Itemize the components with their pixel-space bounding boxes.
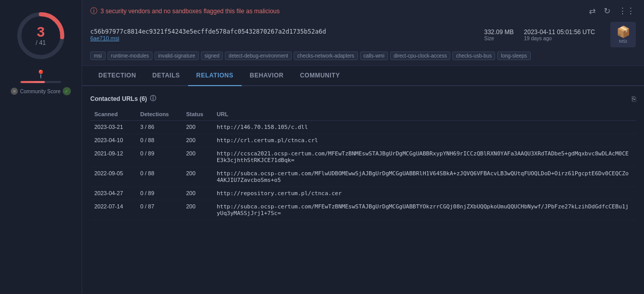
score-inner: 3 / 41 (36, 25, 46, 46)
tag-detect-debug-environment[interactable]: detect-debug-environment (225, 51, 292, 60)
file-size-block: 332.09 MB Size (484, 29, 514, 41)
cell-url[interactable]: http://subca.ocsp-certum.com/MFlwUDBOMEw… (213, 167, 636, 187)
score-number: 3 (36, 25, 46, 39)
cell-status: 200 (182, 200, 213, 220)
cell-url[interactable]: http://crl.certum.pl/ctnca.crl (213, 134, 636, 147)
tag-calls-wmi[interactable]: calls-wmi (360, 51, 388, 60)
score-total: / 41 (36, 39, 46, 46)
file-type-icon: 📦 (616, 25, 630, 39)
url-table: Scanned Detections Status URL 2023-03-21… (90, 108, 636, 220)
tag-runtime-modules[interactable]: runtime-modules (108, 51, 152, 60)
community-bar-fill (20, 81, 45, 83)
cell-status: 200 (182, 187, 213, 200)
cell-url[interactable]: http://146.70.158.105/c.dll (213, 121, 636, 134)
header-bar: ⓘ 3 security vendors and no sandboxes fl… (82, 0, 644, 66)
community-dislike-btn[interactable]: ✕ (11, 88, 18, 95)
url-table-body: 2023-03-213 / 86200http://146.70.158.105… (90, 121, 636, 220)
left-panel: 3 / 41 📍 ✕ Community Score ✓ (0, 0, 82, 294)
tag-direct-cpu-clock-access[interactable]: direct-cpu-clock-access (390, 51, 450, 60)
community-score-row: ✕ Community Score ✓ (11, 87, 70, 95)
table-row: 2021-09-120 / 89200http://ccsca2021.ocsp… (90, 147, 636, 167)
tag-long-sleeps[interactable]: long-sleeps (497, 51, 530, 60)
alert-text: ⓘ 3 security vendors and no sandboxes fl… (90, 7, 280, 16)
cell-detections: 0 / 89 (136, 147, 182, 167)
table-row: 2022-07-140 / 87200http://subca.ocsp-cer… (90, 200, 636, 220)
main-container: 3 / 41 📍 ✕ Community Score ✓ ⓘ 3 securit… (0, 0, 644, 294)
cell-url[interactable]: http://repository.certum.pl/ctnca.cer (213, 187, 636, 200)
community-like-btn[interactable]: ✓ (63, 87, 71, 95)
cell-detections: 0 / 89 (136, 187, 182, 200)
action-btn-compare[interactable]: ⇄ (588, 5, 597, 17)
file-name[interactable]: 6ae710.msi (90, 35, 326, 41)
section-header: Contacted URLs (6) ⓘ ⎘ (90, 94, 636, 103)
cell-scanned: 2022-07-14 (90, 200, 136, 220)
cell-detections: 0 / 88 (136, 167, 182, 187)
file-hash: c56b97977c8814ec9321f54243e5ecffde578afc… (90, 28, 326, 35)
content-area: Contacted URLs (6) ⓘ ⎘ Scanned Detection… (82, 86, 644, 294)
tab-detection[interactable]: DETECTION (90, 66, 144, 86)
tag-checks-usb-bus[interactable]: checks-usb-bus (452, 51, 495, 60)
tab-relations[interactable]: RELATIONS (188, 66, 242, 86)
pin-icon: 📍 (36, 69, 46, 79)
file-size-value: 332.09 MB (484, 29, 514, 36)
cell-url[interactable]: http://subca.ocsp-certum.com/MFEwTzBNMEs… (213, 200, 636, 220)
tab-behavior[interactable]: BEHAVIOR (242, 66, 292, 86)
alert-row: ⓘ 3 security vendors and no sandboxes fl… (90, 5, 636, 17)
cell-detections: 0 / 87 (136, 200, 182, 220)
cell-detections: 0 / 88 (136, 134, 182, 147)
file-hash-block: c56b97977c8814ec9321f54243e5ecffde578afc… (90, 28, 326, 41)
cell-scanned: 2023-04-27 (90, 187, 136, 200)
header-actions: ⇄ ↻ ⋮⋮ (588, 5, 636, 17)
cell-scanned: 2022-09-05 (90, 167, 136, 187)
tags-row: msiruntime-modulesinvalid-signaturesigne… (90, 51, 636, 60)
cell-status: 200 (182, 147, 213, 167)
alert-message: 3 security vendors and no sandboxes flag… (100, 8, 280, 15)
table-row: 2023-04-270 / 89200http://repository.cer… (90, 187, 636, 200)
cell-status: 200 (182, 167, 213, 187)
col-header-detections: Detections (136, 108, 182, 121)
tab-details[interactable]: DETAILS (144, 66, 188, 86)
section-title-text: Contacted URLs (6) (90, 95, 147, 102)
cell-status: 200 (182, 121, 213, 134)
url-table-head: Scanned Detections Status URL (90, 108, 636, 121)
cell-scanned: 2021-09-12 (90, 147, 136, 167)
col-header-status: Status (182, 108, 213, 121)
file-meta: 332.09 MB Size 2023-04-11 05:01:56 UTC 1… (484, 29, 595, 41)
cell-url[interactable]: http://ccsca2021.ocsp-certum.com/MFEwTzB… (213, 147, 636, 167)
cell-status: 200 (182, 134, 213, 147)
section-title: Contacted URLs (6) ⓘ (90, 94, 156, 103)
table-row: 2022-09-050 / 88200http://subca.ocsp-cer… (90, 167, 636, 187)
tag-signed[interactable]: signed (201, 51, 223, 60)
col-header-url: URL (213, 108, 636, 121)
file-date-block: 2023-04-11 05:01:56 UTC 19 days ago (524, 29, 595, 41)
action-btn-more[interactable]: ⋮⋮ (617, 5, 636, 17)
file-info-row: c56b97977c8814ec9321f54243e5ecffde578afc… (90, 22, 636, 47)
cell-scanned: 2023-03-21 (90, 121, 136, 134)
score-circle: 3 / 41 (15, 10, 66, 61)
col-header-scanned: Scanned (90, 108, 136, 121)
tag-checks-network-adapters[interactable]: checks-network-adapters (294, 51, 358, 60)
cell-detections: 3 / 86 (136, 121, 182, 134)
file-date-value: 2023-04-11 05:01:56 UTC (524, 29, 595, 36)
tag-invalid-signature[interactable]: invalid-signature (154, 51, 199, 60)
tag-msi[interactable]: msi (90, 51, 106, 60)
section-info-icon[interactable]: ⓘ (150, 94, 156, 103)
file-size-label: Size (484, 36, 514, 41)
community-score-bar (20, 81, 61, 83)
table-row: 2023-03-213 / 86200http://146.70.158.105… (90, 121, 636, 134)
file-date-sub: 19 days ago (524, 36, 595, 41)
action-btn-refresh[interactable]: ↻ (603, 5, 611, 17)
tabs-bar: DETECTIONDETAILSRELATIONSBEHAVIORCOMMUNI… (82, 66, 644, 86)
tab-community[interactable]: COMMUNITY (292, 66, 348, 86)
table-row: 2023-04-100 / 88200http://crl.certum.pl/… (90, 134, 636, 147)
cell-scanned: 2023-04-10 (90, 134, 136, 147)
file-type-label: MSI (619, 39, 627, 44)
alert-icon: ⓘ (90, 7, 97, 16)
right-panel: ⓘ 3 security vendors and no sandboxes fl… (82, 0, 644, 294)
file-icon-box: 📦 MSI (610, 22, 636, 47)
community-score-label: Community Score (20, 89, 60, 94)
copy-icon[interactable]: ⎘ (632, 95, 636, 103)
